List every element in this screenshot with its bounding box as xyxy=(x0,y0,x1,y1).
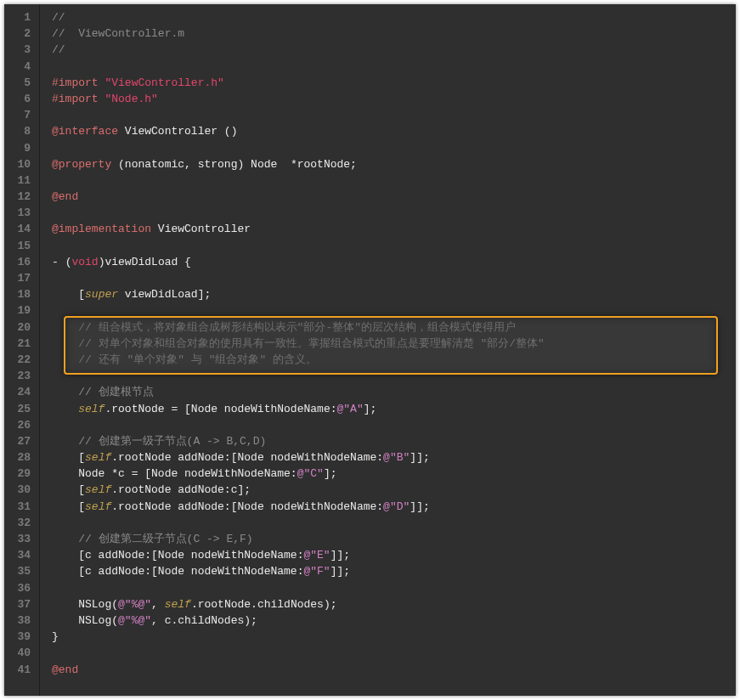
code-line: // xyxy=(52,42,736,58)
line-number: 4 xyxy=(4,59,34,75)
code-line xyxy=(52,417,736,433)
code-line: // 创建第二级子节点(C -> E,F) xyxy=(52,531,736,547)
code-line: [self.rootNode addNode:[Node nodeWithNod… xyxy=(52,499,736,515)
code-line: @property (nonatomic, strong) Node *root… xyxy=(52,156,736,172)
code-line xyxy=(52,59,736,75)
line-number: 31 xyxy=(4,499,34,515)
comment: // 创建根节点 xyxy=(78,386,153,398)
line-number: 9 xyxy=(4,140,34,156)
line-number: 37 xyxy=(4,596,34,612)
string: "ViewController.h" xyxy=(105,76,223,89)
line-number: 12 xyxy=(4,189,34,205)
code-line: } xyxy=(52,629,736,645)
line-number: 1 xyxy=(4,9,34,25)
line-number: 35 xyxy=(4,563,34,579)
line-number: 21 xyxy=(4,336,34,352)
line-number: 7 xyxy=(4,107,34,123)
code-line: Node *c = [Node nodeWithNodeName:@"C"]; xyxy=(52,466,736,482)
line-number: 13 xyxy=(4,205,34,221)
code-line: // 组合模式，将对象组合成树形结构以表示"部分-整体"的层次结构，组合模式使得… xyxy=(52,319,736,336)
keyword: @interface xyxy=(52,125,118,138)
code-line xyxy=(52,238,736,254)
code-line: [c addNode:[Node nodeWithNodeName:@"E"]]… xyxy=(52,547,736,563)
line-number: 30 xyxy=(4,482,34,498)
preprocessor: #import xyxy=(52,93,99,105)
code-line: #import "ViewController.h" xyxy=(52,75,736,91)
line-number: 6 xyxy=(4,91,34,107)
line-number: 34 xyxy=(4,547,34,563)
line-number: 29 xyxy=(4,466,34,482)
code-line xyxy=(52,140,736,156)
line-number: 10 xyxy=(4,156,34,172)
line-number: 20 xyxy=(4,319,34,336)
code-line: // 还有 "单个对象" 与 "组合对象" 的含义。 xyxy=(52,352,736,368)
code-line xyxy=(52,172,736,189)
line-number: 8 xyxy=(4,123,34,139)
string: "Node.h" xyxy=(105,93,157,105)
code-line: #import "Node.h" xyxy=(52,91,736,107)
line-number: 41 xyxy=(4,662,34,678)
keyword: @end xyxy=(52,663,78,676)
code-line: @implementation ViewController xyxy=(52,221,736,237)
line-number: 24 xyxy=(4,384,34,400)
line-number: 22 xyxy=(4,352,34,368)
code-line: NSLog(@"%@", self.rootNode.childNodes); xyxy=(52,596,736,612)
code-line: @end xyxy=(52,662,736,678)
line-number: 32 xyxy=(4,515,34,531)
line-number: 27 xyxy=(4,433,34,449)
line-number: 23 xyxy=(4,368,34,384)
line-number: 25 xyxy=(4,401,34,417)
preprocessor: #import xyxy=(52,76,99,89)
code-line xyxy=(52,107,736,123)
code-line: @interface ViewController () xyxy=(52,123,736,139)
code-line: // ViewController.m xyxy=(52,25,736,42)
code-line: [c addNode:[Node nodeWithNodeName:@"F"]]… xyxy=(52,563,736,579)
line-number: 36 xyxy=(4,580,34,596)
line-number: 17 xyxy=(4,270,34,286)
line-number: 5 xyxy=(4,75,34,91)
code-line: // 对单个对象和组合对象的使用具有一致性。掌握组合模式的重点是要理解清楚 "部… xyxy=(52,336,736,352)
line-number: 40 xyxy=(4,645,34,661)
code-line xyxy=(52,645,736,661)
code-line: @end xyxy=(52,189,736,205)
comment: // 创建第一级子节点(A -> B,C,D) xyxy=(78,435,266,448)
line-number: 3 xyxy=(4,42,34,58)
comment: // 创建第二级子节点(C -> E,F) xyxy=(78,533,252,545)
comment: // 还有 "单个对象" 与 "组合对象" 的含义。 xyxy=(78,353,317,366)
code-line xyxy=(52,302,736,319)
line-number: 39 xyxy=(4,629,34,645)
line-number: 11 xyxy=(4,172,34,189)
line-number: 16 xyxy=(4,254,34,270)
line-number: 38 xyxy=(4,612,34,629)
keyword: @property xyxy=(52,158,111,171)
code-line: - (void)viewDidLoad { xyxy=(52,254,736,270)
code-line: // 创建根节点 xyxy=(52,384,736,400)
keyword: @end xyxy=(52,190,78,203)
code-line: self.rootNode = [Node nodeWithNodeName:@… xyxy=(52,401,736,417)
code-line xyxy=(52,368,736,384)
comment: // 组合模式，将对象组合成树形结构以表示"部分-整体"的层次结构，组合模式使得… xyxy=(78,321,516,334)
code-line: // 创建第一级子节点(A -> B,C,D) xyxy=(52,433,736,449)
line-number: 14 xyxy=(4,221,34,237)
code-area: // // ViewController.m // #import "ViewC… xyxy=(40,4,736,696)
comment: // xyxy=(52,43,65,56)
line-number: 18 xyxy=(4,286,34,302)
line-number: 33 xyxy=(4,531,34,547)
code-line: [self.rootNode addNode:[Node nodeWithNod… xyxy=(52,449,736,466)
line-number: 28 xyxy=(4,449,34,466)
code-line xyxy=(52,515,736,531)
line-number: 2 xyxy=(4,25,34,42)
line-number-gutter: 1234567891011121314151617181920212223242… xyxy=(4,4,40,696)
code-line xyxy=(52,580,736,596)
comment: // ViewController.m xyxy=(52,27,184,40)
code-line: NSLog(@"%@", c.childNodes); xyxy=(52,612,736,629)
code-editor: 1234567891011121314151617181920212223242… xyxy=(4,4,736,696)
code-line: [self.rootNode addNode:c]; xyxy=(52,482,736,498)
comment: // xyxy=(52,11,65,24)
line-number: 26 xyxy=(4,417,34,433)
comment: // 对单个对象和组合对象的使用具有一致性。掌握组合模式的重点是要理解清楚 "部… xyxy=(78,337,545,350)
code-line: // xyxy=(52,9,736,25)
code-line: [super viewDidLoad]; xyxy=(52,286,736,302)
line-number: 19 xyxy=(4,302,34,319)
code-line xyxy=(52,270,736,286)
